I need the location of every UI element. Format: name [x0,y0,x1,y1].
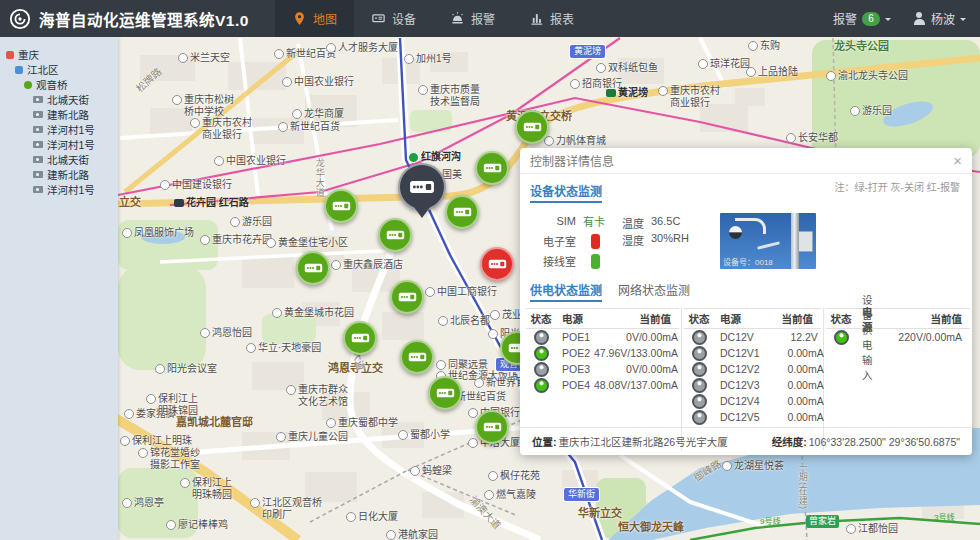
device-marker[interactable] [400,340,434,374]
map-label: 港航家园 [386,529,438,540]
power-row: POE4 48.08V/137.00mA [526,377,679,393]
device-marker[interactable] [515,110,549,144]
tree-node-label: 江北区 [27,62,59,77]
map-label: 华新街 [564,488,599,501]
sidebar-tree-node[interactable]: 建新北路 [0,108,118,121]
header-power: 电源 [556,311,583,326]
map-label: 龙华大道 [314,158,325,198]
sidebar-tree-node[interactable]: 观音桥 [0,78,118,91]
map-label-text: 人才服务大厦 [338,42,398,54]
map-label: 重庆市花卉园 [200,234,272,246]
environment-readings: 温度 36.5C 湿度 30%RH [622,211,704,249]
map-label-text: 重庆蜀都中学 [338,417,398,429]
device-marker[interactable] [475,410,509,444]
map-label: 东购 [748,40,780,52]
map-label: 曾家岩 [806,515,839,528]
tree-node-icon [33,156,43,163]
header-value: 当前值 [749,311,821,326]
device-marker[interactable] [378,218,412,252]
tree-node-icon [33,111,43,118]
sidebar-tree-node[interactable]: 洋河村1号 [0,123,118,136]
sidebar-tree-node[interactable]: 北城天街 [0,93,118,106]
map-poi-icon [160,180,170,190]
map-label-text: 保利江上明珠 [132,435,192,447]
map-label-text: 东购 [760,40,780,52]
map-poi-icon [425,287,435,297]
map-label: 保利江上 明珠畅园 [180,477,232,501]
device-status-label: SIM [530,215,576,227]
device-marker[interactable] [475,151,509,185]
device-marker[interactable] [324,189,358,223]
tab-power-status[interactable]: 供电状态监测 [530,281,602,302]
main-menu: 地图 设备 报警 [275,0,591,37]
menu-item-devices[interactable]: 设备 [354,0,433,37]
panel-header: 控制器详情信息 × [520,148,972,174]
power-row: DC12V 12.2V [684,329,821,345]
tree-node-label: 观音桥 [36,77,68,92]
map-poi-icon [278,122,288,132]
coordinates-label: 经纬度: [772,436,807,448]
device-marker[interactable] [390,280,424,314]
map-label: 重庆儿童公园 [276,431,348,443]
map-label-text: 枫仔花苑 [500,470,540,482]
device-marker[interactable] [428,376,462,410]
map-label-text: 燃气嘉陵 [496,489,536,501]
map-label-text: 黄金堡城市花园 [284,307,354,319]
map-label-text: 阳光会议室 [167,363,217,375]
device-marker[interactable] [480,247,514,281]
tab-network-status[interactable]: 网络状态监测 [618,281,690,298]
alarm-dropdown-label: 报警 [833,10,857,27]
power-name: DC12V3 [714,379,760,391]
map-poi-icon [418,85,428,95]
status-dot [692,362,707,377]
sidebar-tree-node[interactable]: 江北区 [0,63,118,76]
menu-item-reports[interactable]: 报表 [512,0,591,37]
map-label: 华新立交 [578,507,622,520]
close-icon[interactable]: × [953,153,962,168]
controller-icon [488,258,507,270]
map-label: 龙湖星悦荟 [722,460,784,472]
user-dropdown[interactable]: 杨波 [913,10,966,27]
power-name: POE3 [556,363,590,375]
map-label-text: 重庆市农村 商业银行 [202,117,252,141]
device-marker[interactable] [343,321,377,355]
sidebar-tree-node[interactable]: 洋河村1号 [0,138,118,151]
map-label-text: 重庆市群众 文化艺术馆 [298,384,348,408]
map-poi-icon [786,133,796,143]
map-poi-icon [596,63,606,73]
map-poi-icon [484,490,494,500]
menu-item-map[interactable]: 地图 [275,0,354,37]
device-status-row: 接线室 [530,251,616,271]
map-label-text: 米兰天空 [190,52,230,64]
map-poi-icon [846,524,856,534]
map-label: 蜀都小学 [398,429,450,441]
header-value: 当前值 [583,311,679,326]
user-icon [913,12,926,25]
alarm-dropdown[interactable]: 报警 6 [833,10,891,27]
map-label-text: 茂业 [502,309,522,321]
device-marker[interactable] [398,163,446,211]
device-marker[interactable] [296,251,330,285]
sidebar-tree-node[interactable]: 北城天街 [0,153,118,166]
map-label: 9号线 [760,517,780,527]
map-label: 枫仔花苑 [488,470,540,482]
panel-footer: 位置:重庆市江北区建新北路26号光宇大厦 经纬度:106°33'28.2500"… [520,427,972,455]
sidebar-tree-node[interactable]: 洋河村1号 [0,183,118,196]
sidebar-tree-node[interactable]: 重庆 [0,48,118,61]
map-poi-icon [124,409,134,419]
map-label: 上品拾陆 [746,66,798,78]
map-label: 游乐园 [850,105,892,117]
camera-equipment-box [798,231,813,252]
device-status-row: SIM 有卡 [530,211,616,231]
menu-item-alarms[interactable]: 报警 [433,0,512,37]
sidebar-tree-node[interactable]: 建新北路 [0,168,118,181]
map-label-text: 江北区观音桥 印刷厂 [262,497,322,521]
power-value: 48.08V/137.00mA [590,379,686,391]
tree-node-label: 北城天街 [47,92,89,107]
map-label: 重庆市质量 技术监督局 [418,84,480,108]
device-marker[interactable] [445,195,479,229]
status-dot [692,330,707,345]
power-row: POE1 0V/0.00mA [526,329,679,345]
device-status-area: SIM 有卡 电子室 接线室 温度 36.5C 湿度 30%RH [530,211,972,271]
controller-icon [351,332,370,344]
